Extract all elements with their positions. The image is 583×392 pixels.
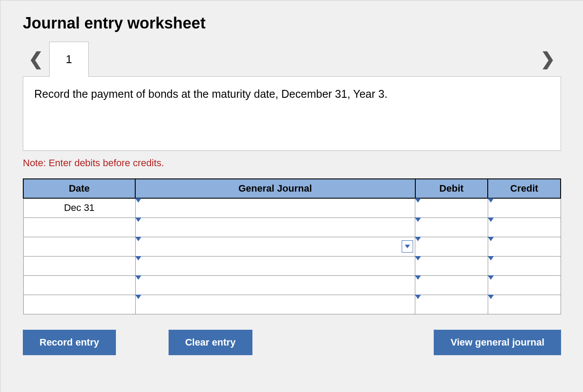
header-debit: Debit (415, 179, 488, 198)
cell-marker-icon (415, 237, 421, 241)
cell-date[interactable] (23, 275, 135, 295)
button-row: Record entry Clear entry View general jo… (23, 330, 561, 355)
table-row (23, 295, 561, 314)
cell-marker-icon (488, 295, 494, 299)
cell-marker-icon (488, 237, 494, 241)
cell-general-journal[interactable] (135, 275, 415, 295)
tab-1-label: 1 (66, 53, 72, 66)
tab-1[interactable]: 1 (49, 42, 89, 77)
cell-credit[interactable] (488, 198, 561, 217)
instruction-box: Record the payment of bonds at the matur… (23, 76, 561, 151)
cell-marker-icon (415, 217, 421, 222)
cell-marker-icon (135, 275, 141, 280)
cell-debit[interactable] (415, 275, 488, 295)
cell-credit[interactable] (488, 275, 561, 295)
cell-date[interactable] (23, 237, 135, 256)
cell-general-journal[interactable] (135, 217, 415, 237)
chevron-right-icon: ❯ (540, 49, 555, 69)
cell-marker-icon (415, 295, 421, 299)
cell-marker-icon (135, 217, 141, 222)
view-general-journal-button[interactable]: View general journal (434, 330, 561, 355)
cell-general-journal[interactable] (135, 256, 415, 275)
cell-general-journal[interactable] (135, 237, 415, 256)
cell-date[interactable] (23, 256, 135, 275)
cell-marker-icon (488, 275, 494, 280)
worksheet-panel: Journal entry worksheet ❮ 1 ❯ Record the… (0, 0, 583, 392)
header-credit: Credit (488, 179, 561, 198)
journal-table: Date General Journal Debit Credit Dec 31 (23, 178, 561, 314)
header-gj: General Journal (135, 179, 415, 198)
table-row: Dec 31 (23, 198, 561, 217)
cell-marker-icon (488, 217, 494, 222)
cell-debit[interactable] (415, 217, 488, 237)
next-arrow[interactable]: ❯ (535, 41, 561, 76)
cell-marker-icon (488, 198, 494, 203)
cell-marker-icon (415, 256, 421, 260)
cell-date[interactable]: Dec 31 (23, 198, 135, 217)
cell-credit[interactable] (488, 295, 561, 314)
cell-debit[interactable] (415, 295, 488, 314)
cell-marker-icon (488, 256, 494, 260)
page-title: Journal entry worksheet (23, 14, 561, 32)
cell-date[interactable] (23, 295, 135, 314)
dropdown-toggle[interactable] (402, 240, 413, 253)
cell-debit[interactable] (415, 198, 488, 217)
table-row (23, 256, 561, 275)
table-row (23, 237, 561, 256)
record-entry-button[interactable]: Record entry (23, 330, 116, 355)
cell-debit[interactable] (415, 256, 488, 275)
header-date: Date (23, 179, 135, 198)
table-row (23, 217, 561, 237)
cell-marker-icon (135, 237, 141, 241)
cell-general-journal[interactable] (135, 295, 415, 314)
chevron-left-icon: ❮ (29, 49, 43, 69)
cell-marker-icon (415, 198, 421, 203)
cell-credit[interactable] (488, 217, 561, 237)
clear-entry-button[interactable]: Clear entry (169, 330, 252, 355)
cell-debit[interactable] (415, 237, 488, 256)
cell-credit[interactable] (488, 237, 561, 256)
cell-marker-icon (415, 275, 421, 280)
cell-marker-icon (135, 295, 141, 299)
instruction-text: Record the payment of bonds at the matur… (34, 88, 388, 100)
journal-tbody: Dec 31 (23, 198, 561, 314)
cell-marker-icon (135, 198, 141, 203)
table-row (23, 275, 561, 295)
prev-arrow[interactable]: ❮ (23, 41, 49, 76)
tab-row: ❮ 1 ❯ (23, 41, 561, 76)
cell-marker-icon (135, 256, 141, 260)
cell-general-journal[interactable] (135, 198, 415, 217)
note-text: Note: Enter debits before credits. (23, 157, 561, 169)
cell-credit[interactable] (488, 256, 561, 275)
cell-date[interactable] (23, 217, 135, 237)
